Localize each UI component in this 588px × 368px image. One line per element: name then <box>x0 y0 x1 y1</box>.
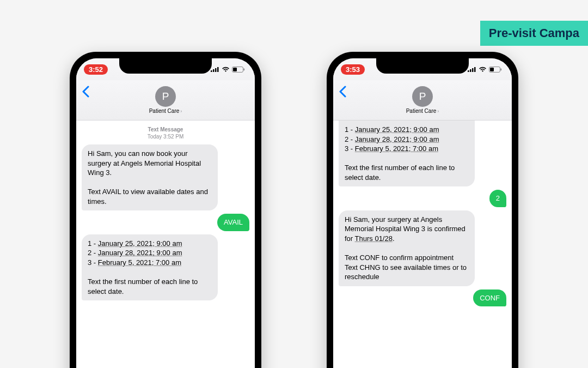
message-incoming: 1 - January 25, 2021; 9:00 am2 - January… <box>339 120 475 186</box>
status-icons <box>468 67 502 73</box>
timestamp-time: Today 3:52 PM <box>148 134 184 140</box>
thread-timestamp: Text Message Today 3:52 PM <box>82 126 249 140</box>
campaign-badge: Pre-visit Campa <box>480 21 588 46</box>
message-outgoing: AVAIL <box>217 214 249 231</box>
signal-icon <box>211 67 219 72</box>
notch <box>119 58 212 74</box>
message-outgoing: CONF <box>473 289 506 307</box>
phone-1: 3:52 P <box>70 52 261 368</box>
status-time: 3:52 <box>84 64 108 75</box>
contact-name-text: Patient Care <box>149 108 180 114</box>
timestamp-label: Text Message <box>82 126 249 133</box>
phone-1-screen: 3:52 P <box>76 58 255 368</box>
avatar: P <box>412 86 433 107</box>
contact-header[interactable]: P Patient Care › <box>149 86 182 114</box>
status-icons <box>211 67 245 73</box>
battery-icon <box>489 67 502 73</box>
notch <box>376 58 469 74</box>
nav-bar: P Patient Care › <box>333 80 512 120</box>
wifi-icon <box>222 67 230 73</box>
svg-rect-14 <box>501 68 502 70</box>
wifi-icon <box>479 67 487 73</box>
svg-rect-9 <box>470 69 471 72</box>
phones-row: 3:52 P <box>0 52 588 368</box>
contact-name-text: Patient Care <box>406 108 437 114</box>
back-button[interactable] <box>339 86 346 100</box>
avatar: P <box>155 86 176 107</box>
svg-rect-10 <box>472 68 474 72</box>
message-incoming: Hi Sam, you can now book your surgery at… <box>82 144 218 210</box>
svg-rect-1 <box>213 69 215 72</box>
messages-thread[interactable]: Text Message Today 3:52 PM Hi Sam, you c… <box>76 120 255 368</box>
message-incoming: Hi Sam, your surgery at Angels Memorial … <box>339 210 475 286</box>
battery-icon <box>232 67 245 73</box>
svg-rect-3 <box>217 67 219 72</box>
contact-name: Patient Care › <box>149 108 182 114</box>
status-time: 3:53 <box>341 64 365 75</box>
messages-thread[interactable]: 1 - January 25, 2021; 9:00 am2 - January… <box>333 120 512 368</box>
svg-rect-0 <box>211 70 212 72</box>
chevron-right-icon: › <box>180 108 182 114</box>
nav-bar: P Patient Care › <box>76 80 255 120</box>
svg-rect-2 <box>215 68 217 72</box>
svg-rect-6 <box>244 68 245 70</box>
contact-name: Patient Care › <box>406 108 439 114</box>
svg-rect-8 <box>468 70 469 72</box>
message-outgoing: 2 <box>489 190 506 207</box>
back-button[interactable] <box>82 86 89 100</box>
svg-rect-13 <box>490 68 494 71</box>
chevron-right-icon: › <box>437 108 439 114</box>
signal-icon <box>468 67 476 72</box>
phone-2: 3:53 P <box>327 52 518 368</box>
phone-2-screen: 3:53 P <box>333 58 512 368</box>
svg-rect-5 <box>233 68 237 71</box>
message-incoming: 1 - January 25, 2021; 9:00 am2 - January… <box>82 234 218 300</box>
svg-rect-11 <box>474 67 476 72</box>
contact-header[interactable]: P Patient Care › <box>406 86 439 114</box>
